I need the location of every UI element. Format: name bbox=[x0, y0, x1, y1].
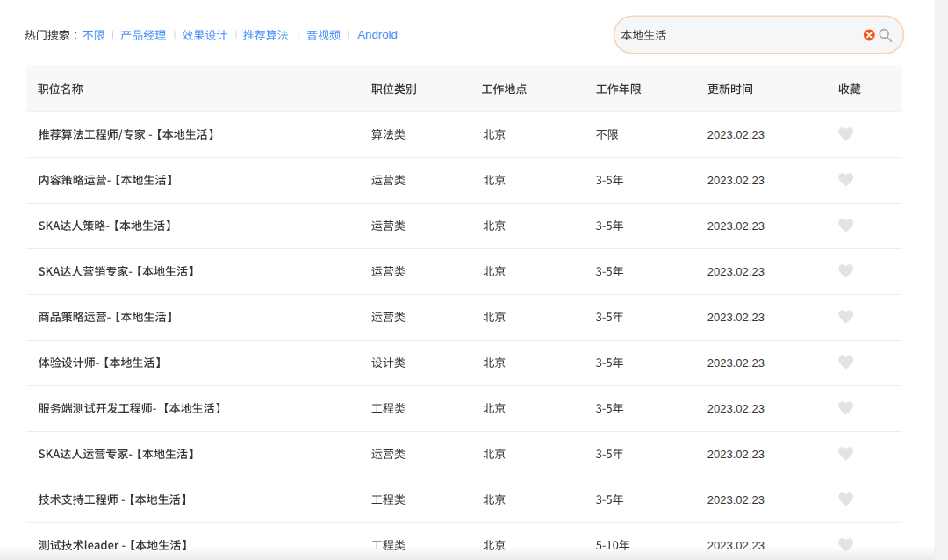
svg-text:2023.02.23: 2023.02.23 bbox=[707, 493, 765, 506]
svg-text:2023.02.23: 2023.02.23 bbox=[707, 402, 765, 415]
svg-text:2023.02.23: 2023.02.23 bbox=[707, 265, 765, 278]
svg-text:2023.02.23: 2023.02.23 bbox=[707, 128, 765, 141]
svg-text:2023.02.23: 2023.02.23 bbox=[707, 311, 765, 324]
svg-text:2023.02.23: 2023.02.23 bbox=[707, 174, 765, 187]
svg-text:2023.02.23: 2023.02.23 bbox=[707, 448, 765, 461]
svg-text:2023.02.23: 2023.02.23 bbox=[707, 219, 765, 233]
svg-text:2023.02.23: 2023.02.23 bbox=[707, 356, 765, 370]
svg-text:Android: Android bbox=[357, 28, 397, 41]
